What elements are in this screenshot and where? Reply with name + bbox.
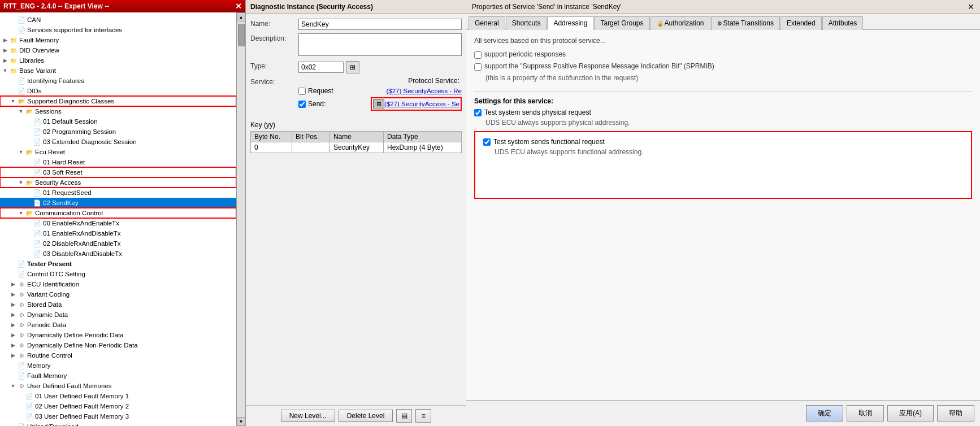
tab-addressing[interactable]: Addressing xyxy=(547,16,593,30)
tree-item-communication-control[interactable]: ▼📂Communication Control xyxy=(0,208,236,218)
type-browse-button[interactable]: ⊞ xyxy=(346,61,359,73)
file-icon: 📄 xyxy=(33,198,42,207)
list-view-button[interactable]: ≡ xyxy=(415,409,431,423)
tree-item-services-supported[interactable]: 📄Services supported for interfaces xyxy=(0,25,236,35)
request-checkbox[interactable] xyxy=(298,88,306,95)
tree-item-ecu-id[interactable]: ▶⚙ECU Identification xyxy=(0,279,236,289)
right-close-icon[interactable]: ✕ xyxy=(968,2,974,11)
ok-button[interactable]: 确定 xyxy=(806,405,843,421)
tree-item-user-fault-2[interactable]: 📄02 User Defined Fault Memory 2 xyxy=(0,401,236,411)
tab-state-transitions[interactable]: ⚙State Transitions xyxy=(711,16,780,30)
tree-item-base-variant[interactable]: ▼📁Base Variant xyxy=(0,66,236,76)
tree-item-did-overview[interactable]: ▶📁DID Overview xyxy=(0,45,236,55)
tree-item-user-fault-1[interactable]: 📄01 User Defined Fault Memory 1 xyxy=(0,391,236,401)
tree-toggle[interactable]: ▼ xyxy=(1,67,9,75)
help-button[interactable]: 帮助 xyxy=(937,405,974,421)
tree-label: DIDs xyxy=(27,88,42,94)
tree-item-security-access[interactable]: ▼📂Security Access xyxy=(0,177,236,188)
tree-item-fault-memory[interactable]: ▶📁Fault Memory xyxy=(0,35,236,45)
support-suppress-checkbox[interactable] xyxy=(474,63,482,71)
tab-attributes[interactable]: Attributes xyxy=(822,16,864,30)
tree-item-dyn-non-periodic[interactable]: ▶⚙Dynamically Define Non-Periodic Data xyxy=(0,340,236,350)
tree-item-02-disable-rx[interactable]: 📄02 DisableRxAndEnableTx xyxy=(0,238,236,249)
tree-item-03-disable-rx-dis[interactable]: 📄03 DisableRxAndDisableTx xyxy=(0,249,236,259)
tree-item-01-enable-rx-dis[interactable]: 📄01 EnableRxAndDisableTx xyxy=(0,228,236,238)
tree-item-03-soft-reset[interactable]: 📄03 Soft Reset xyxy=(0,167,236,177)
tree-item-00-enable-rx[interactable]: 📄00 EnableRxAndEnableTx xyxy=(0,218,236,228)
cancel-button[interactable]: 取消 xyxy=(847,405,884,421)
tree-toggle[interactable]: ▶ xyxy=(9,301,17,308)
tree-item-tester-present[interactable]: 📄Tester Present xyxy=(0,259,236,269)
tree-toggle[interactable]: ▶ xyxy=(1,46,9,54)
tree-item-can[interactable]: 📄CAN xyxy=(0,15,236,25)
send-link[interactable]: ($27) SecurityAccess - Se xyxy=(384,101,459,107)
apply-button[interactable]: 应用(A) xyxy=(887,405,934,421)
tree-item-memory[interactable]: 📄Memory xyxy=(0,360,236,371)
scroll-down-arrow[interactable]: ▼ xyxy=(237,417,246,426)
tree-toggle[interactable]: ▼ xyxy=(17,209,25,217)
tree-item-01-hard-reset[interactable]: 📄01 Hard Reset xyxy=(0,157,236,167)
file-icon: 📄 xyxy=(33,239,42,248)
tree-item-libraries[interactable]: ▶📁Libraries xyxy=(0,55,236,66)
tree-item-ecu-reset[interactable]: ▼📂Ecu Reset xyxy=(0,147,236,157)
tree-toggle[interactable]: ▶ xyxy=(9,321,17,329)
tree-toggle[interactable]: ▼ xyxy=(9,97,17,105)
tree-toggle[interactable]: ▶ xyxy=(9,341,17,349)
type-input[interactable] xyxy=(298,62,344,73)
tree-item-upload-download[interactable]: 📄Upload/Download xyxy=(0,421,236,426)
tree-item-periodic-data[interactable]: ▶⚙Periodic Data xyxy=(0,320,236,330)
name-input[interactable] xyxy=(298,19,462,30)
tree-label: 02 Programming Session xyxy=(43,128,116,135)
tree-toggle[interactable]: ▶ xyxy=(9,290,17,298)
request-link[interactable]: ($27) SecurityAccess - Re xyxy=(386,88,462,94)
tree-item-02-send-key[interactable]: 📄02 SendKey xyxy=(0,198,236,208)
tree-item-dids[interactable]: 📄DIDs xyxy=(0,86,236,96)
scrollbar[interactable]: ▲ ▼ xyxy=(236,12,245,426)
tree-item-variant-coding[interactable]: ▶⚙Variant Coding xyxy=(0,289,236,299)
gear-icon: ⚙ xyxy=(17,381,26,390)
tree-toggle[interactable]: ▶ xyxy=(9,311,17,319)
tab-extended[interactable]: Extended xyxy=(780,16,822,30)
tree-item-user-fault-3[interactable]: 📄03 User Defined Fault Memory 3 xyxy=(0,411,236,421)
file-icon: 📄 xyxy=(17,15,26,24)
key-table-row: 0SecurityKeyHexDump (4 Byte) xyxy=(251,142,462,153)
send-checkbox[interactable] xyxy=(298,101,306,108)
support-periodic-checkbox[interactable] xyxy=(474,51,482,59)
tree-toggle[interactable]: ▶ xyxy=(9,280,17,288)
close-icon[interactable]: ✕ xyxy=(235,2,242,11)
tree-item-01-default[interactable]: 📄01 Default Session xyxy=(0,116,236,127)
tab-general[interactable]: General xyxy=(469,16,505,30)
desc-input[interactable] xyxy=(298,33,462,56)
physical-checkbox[interactable] xyxy=(474,109,482,116)
scroll-up-arrow[interactable]: ▲ xyxy=(237,12,246,21)
tree-item-dynamic-data[interactable]: ▶⚙Dynamic Data xyxy=(0,310,236,320)
tree-item-identifying-features[interactable]: 📄Identifying Features xyxy=(0,76,236,86)
functional-checkbox[interactable] xyxy=(483,138,491,146)
tab-target-groups[interactable]: Target Groups xyxy=(594,16,649,30)
tree-item-03-extended[interactable]: 📄03 Extended Diagnostic Session xyxy=(0,137,236,147)
tree-toggle[interactable]: ▼ xyxy=(17,107,25,115)
tree-toggle[interactable]: ▶ xyxy=(1,56,9,64)
tree-item-01-request-seed[interactable]: 📄01 RequestSeed xyxy=(0,188,236,198)
tree-item-routine-control[interactable]: ▶⚙Routine Control xyxy=(0,350,236,360)
scroll-thumb[interactable] xyxy=(238,24,245,46)
tree-item-control-dtc[interactable]: 📄Control DTC Setting xyxy=(0,269,236,279)
tree-item-supported-diagnostic[interactable]: ▼📂Supported Diagnostic Classes xyxy=(0,96,236,106)
table-view-button[interactable]: ▤ xyxy=(396,409,412,423)
tree-toggle[interactable]: ▶ xyxy=(9,331,17,339)
tree-item-dyn-def-periodic[interactable]: ▶⚙Dynamically Define Periodic Data xyxy=(0,330,236,340)
tree-item-stored-data[interactable]: ▶⚙Stored Data xyxy=(0,299,236,310)
tree-toggle[interactable]: ▼ xyxy=(17,148,25,156)
tree-toggle[interactable]: ▼ xyxy=(17,179,25,186)
tab-authorization[interactable]: 🔒Authorization xyxy=(651,16,710,30)
tree-item-fault-memory2[interactable]: 📄Fault Memory xyxy=(0,371,236,381)
tree-item-02-programming[interactable]: 📄02 Programming Session xyxy=(0,127,236,137)
tree-toggle[interactable]: ▶ xyxy=(1,36,9,44)
tree-item-sessions[interactable]: ▼📂Sessions xyxy=(0,106,236,116)
new-level-button[interactable]: New Level... xyxy=(281,410,335,422)
tree-toggle[interactable]: ▼ xyxy=(9,382,17,390)
tree-item-user-defined[interactable]: ▼⚙User Defined Fault Memories xyxy=(0,381,236,391)
delete-level-button[interactable]: Delete Level xyxy=(339,410,393,422)
tab-shortcuts[interactable]: Shortcuts xyxy=(506,16,547,30)
tree-toggle[interactable]: ▶ xyxy=(9,351,17,359)
